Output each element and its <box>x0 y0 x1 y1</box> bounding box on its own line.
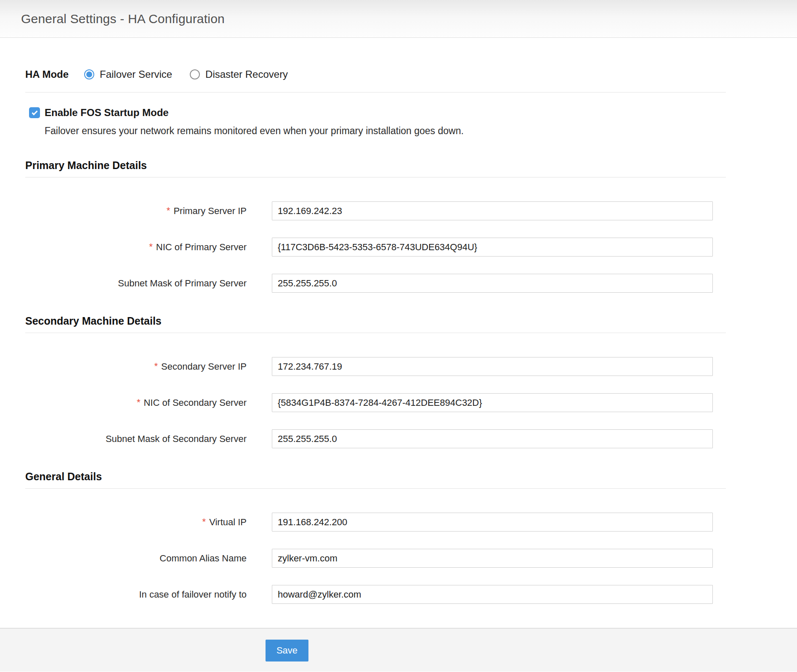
required-marker: * <box>202 516 206 527</box>
save-button[interactable]: Save <box>266 640 308 661</box>
field-label-text: NIC of Primary Server <box>156 242 247 253</box>
field-row-subnet-secondary: Subnet Mask of Secondary Server <box>25 429 726 448</box>
secondary-server-ip-input[interactable] <box>272 357 713 376</box>
section-title-primary: Primary Machine Details <box>25 159 726 172</box>
subnet-mask-primary-input[interactable] <box>272 274 713 293</box>
primary-server-ip-input[interactable] <box>272 201 713 220</box>
section-title-general: General Details <box>25 470 726 483</box>
field-row-common-alias: Common Alias Name <box>25 549 726 568</box>
nic-primary-server-input[interactable] <box>272 238 713 257</box>
field-row-primary-server-ip: * Primary Server IP <box>25 201 726 220</box>
radio-dot-icon <box>86 71 92 77</box>
fos-checkbox[interactable] <box>29 107 40 118</box>
field-row-subnet-primary: Subnet Mask of Primary Server <box>25 274 726 293</box>
fos-description: Failover ensures your network remains mo… <box>45 124 726 137</box>
field-label: * Secondary Server IP <box>25 361 247 372</box>
divider <box>25 92 726 93</box>
common-alias-name-input[interactable] <box>272 549 713 568</box>
ha-mode-row: HA Mode Failover Service Disaster Recove… <box>25 68 726 81</box>
field-label: * Primary Server IP <box>25 206 247 217</box>
nic-secondary-server-input[interactable] <box>272 393 713 412</box>
field-label-text: Common Alias Name <box>159 553 247 564</box>
field-row-virtual-ip: * Virtual IP <box>25 513 726 532</box>
radio-failover-service[interactable]: Failover Service <box>84 69 172 80</box>
radio-selected-icon <box>84 69 94 79</box>
checkmark-icon <box>32 109 37 115</box>
required-marker: * <box>149 241 153 252</box>
field-row-failover-notify: In case of failover notify to <box>25 585 726 604</box>
divider <box>25 333 726 333</box>
radio-disaster-recovery-label: Disaster Recovery <box>205 69 288 80</box>
field-label-text: Secondary Server IP <box>161 361 247 372</box>
settings-form: HA Mode Failover Service Disaster Recove… <box>25 68 726 604</box>
divider <box>25 488 726 489</box>
page-title: General Settings - HA Configuration <box>21 12 225 26</box>
radio-disaster-recovery[interactable]: Disaster Recovery <box>190 69 288 80</box>
field-label: Common Alias Name <box>25 553 247 564</box>
radio-unselected-icon <box>190 69 200 79</box>
field-label: * Virtual IP <box>25 517 247 528</box>
field-label-text: Virtual IP <box>209 517 247 528</box>
ha-mode-label: HA Mode <box>25 69 84 80</box>
field-label: Subnet Mask of Primary Server <box>25 278 247 289</box>
field-label: * NIC of Secondary Server <box>25 397 247 408</box>
failover-notify-input[interactable] <box>272 585 713 604</box>
required-marker: * <box>167 205 170 216</box>
required-marker: * <box>154 361 158 372</box>
divider <box>25 177 726 177</box>
fos-checkbox-label: Enable FOS Startup Mode <box>45 107 169 119</box>
field-label-text: Subnet Mask of Primary Server <box>118 278 247 289</box>
field-row-nic-primary: * NIC of Primary Server <box>25 238 726 257</box>
field-label-text: NIC of Secondary Server <box>143 397 247 408</box>
section-title-secondary: Secondary Machine Details <box>25 315 726 327</box>
field-label-text: Subnet Mask of Secondary Server <box>106 434 247 444</box>
footer-bar: Save <box>0 628 797 672</box>
field-label: * NIC of Primary Server <box>25 242 247 253</box>
fos-checkbox-row: Enable FOS Startup Mode <box>29 107 726 119</box>
field-row-nic-secondary: * NIC of Secondary Server <box>25 393 726 412</box>
field-label-text: Primary Server IP <box>173 206 247 217</box>
field-label: In case of failover notify to <box>25 589 247 600</box>
field-row-secondary-server-ip: * Secondary Server IP <box>25 357 726 376</box>
radio-failover-service-label: Failover Service <box>100 69 172 80</box>
field-label-text: In case of failover notify to <box>139 589 247 600</box>
subnet-mask-secondary-input[interactable] <box>272 429 713 448</box>
virtual-ip-input[interactable] <box>272 513 713 532</box>
required-marker: * <box>137 397 141 408</box>
field-label: Subnet Mask of Secondary Server <box>25 434 247 444</box>
page-header: General Settings - HA Configuration <box>0 0 797 38</box>
